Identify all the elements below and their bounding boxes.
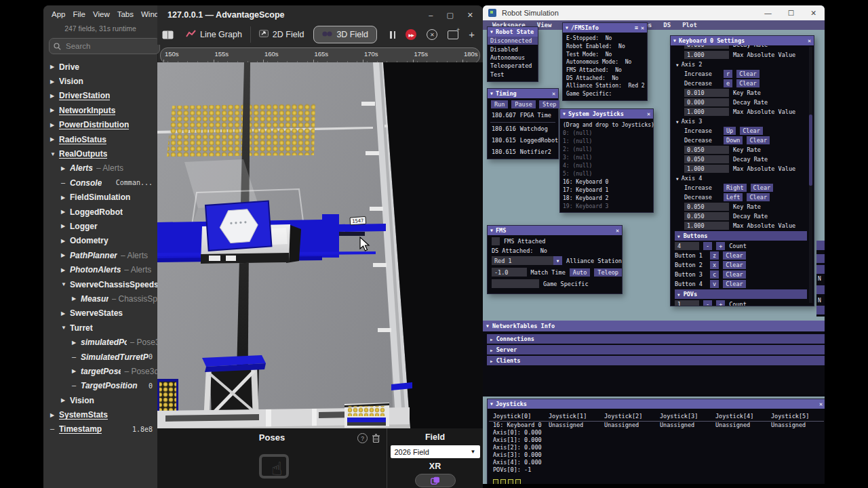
close-icon[interactable]: ✕ [552,90,555,97]
search-input[interactable] [64,41,142,51]
clear-button[interactable]: Clear [747,193,770,201]
clear-button[interactable]: Clear [740,127,763,135]
sim-menu-ds[interactable]: DS [663,22,671,28]
log-popout-icon[interactable] [157,27,178,42]
tree-item-radiostatus[interactable]: ▶RadioStatus [43,132,157,146]
axis-section-axis-2[interactable]: ▼Axis 2 [671,60,814,69]
system-joystick-row[interactable]: 1: (null) [560,137,653,145]
key-binding-button[interactable]: Right [724,184,747,192]
axis-section-axis-3[interactable]: ▼Axis 3 [671,117,814,126]
key-binding-button[interactable]: Left [724,193,743,201]
decrement-button[interactable]: - [703,242,712,250]
robot-state-header[interactable]: ▼ Robot State [488,27,538,37]
clear-button[interactable]: Clear [751,184,774,192]
alliance-station-select[interactable]: Red 1 ▼ [492,256,562,265]
menu-tabs[interactable]: Tabs [117,10,134,18]
count-input[interactable]: 4 [675,242,699,250]
timeline-scrubber[interactable]: 150s155s160s165s170s175s180s [160,47,480,64]
tab-2d-field[interactable]: 2D Field [250,26,313,43]
clear-button[interactable]: Clear [736,70,760,78]
dash-marker[interactable]: – [61,178,70,186]
tree-item-turret[interactable]: ▼Turret [43,321,157,335]
add-tab-icon[interactable]: + [469,31,475,38]
search-box[interactable] [49,38,160,54]
clear-button[interactable]: Clear [747,136,770,144]
key-binding-button[interactable]: z [710,251,719,260]
system-joystick-row[interactable]: 0: (null) [560,129,653,137]
match-time-input[interactable]: -1.0 [492,268,527,277]
tab-3d-field[interactable]: 3D Field [313,26,377,43]
teleop-button[interactable]: Teleop [594,268,622,277]
xr-button[interactable] [415,474,456,487]
system-joystick-row[interactable]: 18: Keyboard 2 [560,195,653,203]
expand-arrow-icon[interactable]: ▶ [50,136,59,142]
system-joystick-row[interactable]: 16: Keyboard 0 [560,178,653,186]
nt-section-clients[interactable]: ▶Clients [487,356,825,365]
minimize-button[interactable]: – [429,11,433,20]
expand-arrow-icon[interactable]: ▶ [61,238,70,244]
joystick-assignment[interactable]: Unassigned [604,422,642,429]
decrement-button[interactable]: - [703,300,712,306]
sim-close-button[interactable]: ✕ [810,9,816,17]
expand-arrow-icon[interactable]: ▶ [50,79,59,85]
collapse-arrow-icon[interactable]: ▼ [61,281,70,287]
expand-arrow-icon[interactable]: ▶ [50,93,59,99]
expand-arrow-icon[interactable]: ▶ [72,296,81,302]
system-joystick-row[interactable]: 19: Keyboard 3 [560,203,653,211]
tree-item-vision[interactable]: ▶Vision [43,393,157,407]
key-binding-button[interactable]: r [724,70,732,78]
tree-item-systemstats[interactable]: ▶SystemStats [43,407,157,422]
value-input[interactable]: 0.050 [684,212,729,220]
close-tab-icon[interactable]: ✕ [427,29,437,40]
key-binding-button[interactable]: v [710,280,719,288]
new-window-icon[interactable] [448,30,458,39]
tab-line-graph[interactable]: Line Graph [178,26,250,43]
system-joystick-row[interactable]: 5: (null) [560,170,653,178]
timing-pause-button[interactable]: Pause [511,100,536,108]
tree-item-networkinputs[interactable]: ▶NetworkInputs [43,103,157,117]
joystick-assignment[interactable]: Unassigned [771,422,809,429]
tree-item-pathplanner[interactable]: ▶PathPlanner– Alerts [43,248,157,262]
timing-step-button[interactable]: Step [539,100,559,108]
timing-header[interactable]: ▼ Timing ✕ [488,89,558,98]
tree-item-measured[interactable]: ▶Measured– ChassisSpeeds [43,291,157,306]
expand-arrow-icon[interactable]: ▶ [61,397,70,403]
keyboard-settings-header[interactable]: ▼ Keyboard 0 Settings ✕ [671,36,814,45]
joystick-assignment[interactable]: Unassigned [715,422,753,429]
expand-arrow-icon[interactable]: ▶ [50,64,59,70]
count-input[interactable]: 1 [675,300,699,306]
auto-button[interactable]: Auto [570,268,590,277]
increment-button[interactable]: + [716,242,725,250]
sim-menu-view[interactable]: View [537,22,552,28]
expand-arrow-icon[interactable]: ▶ [50,412,59,418]
sim-maximize-button[interactable]: ☐ [788,9,794,17]
game-specific-input[interactable] [492,279,539,288]
key-binding-button[interactable]: c [710,270,719,279]
nt-section-server[interactable]: ▶Server [487,345,825,354]
key-binding-button[interactable]: e [724,79,732,87]
help-icon[interactable]: ? [357,433,368,443]
value-input[interactable]: 0.050 [684,155,729,163]
system-joysticks-header[interactable]: ▼ System Joysticks ✕ [560,109,653,119]
collapse-arrow-icon[interactable]: ▼ [61,325,70,331]
close-icon[interactable]: ✕ [819,401,823,407]
close-icon[interactable]: ✕ [641,24,644,31]
tree-item-alerts[interactable]: ▶Alerts– Alerts [43,161,157,176]
robot-state-option-disconnected[interactable]: Disconnected [488,37,538,45]
timing-run-button[interactable]: Run [491,100,508,108]
close-icon[interactable]: ✕ [647,110,650,117]
expand-arrow-icon[interactable]: ▶ [50,122,59,128]
robot-state-option-autonomous[interactable]: Autonomous [488,54,538,62]
menu-file[interactable]: File [73,10,85,18]
fms-attached-checkbox[interactable] [492,237,500,245]
close-button[interactable]: ✕ [467,11,473,20]
close-icon[interactable]: ✕ [808,37,811,44]
value-input[interactable]: 0.050 [684,146,729,154]
system-joystick-row[interactable]: 2: (null) [560,145,653,153]
section-header-povs[interactable]: ▼POVs [675,289,807,299]
tree-item-odometry[interactable]: ▶Odometry [43,234,157,248]
axis-section-axis-4[interactable]: ▼Axis 4 [671,174,814,183]
dash-marker[interactable]: – [72,352,81,361]
fms-header[interactable]: ▼ FMS ✕ [488,226,622,235]
system-joystick-row[interactable]: 3: (null) [560,153,653,161]
